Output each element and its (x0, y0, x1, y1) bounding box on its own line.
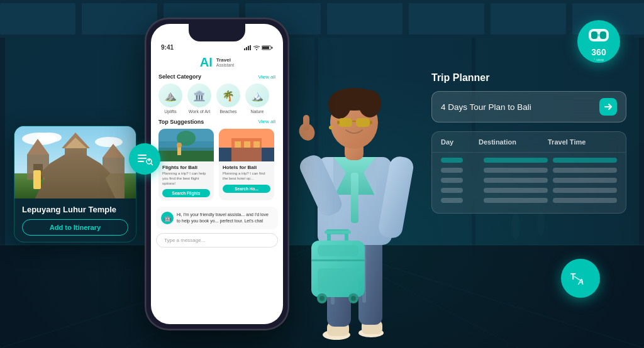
time-cell-2 (553, 168, 617, 173)
category-beaches[interactable]: 🌴 Beaches (216, 84, 240, 114)
svg-point-105 (319, 296, 325, 301)
svg-rect-43 (244, 48, 245, 50)
status-icons (244, 45, 273, 50)
svg-rect-61 (253, 141, 260, 148)
temple-svg (14, 126, 136, 198)
luggage (308, 229, 368, 307)
svg-rect-64 (138, 161, 144, 162)
flights-card-info: Flights for Bali Planning a trip? I can … (158, 161, 214, 200)
beaches-label: Beaches (219, 109, 236, 114)
chat-avatar: 🤖 (161, 212, 174, 224)
work-of-art-icon: 🏛️ (187, 84, 211, 107)
svg-rect-35 (65, 148, 87, 164)
table-row (441, 188, 617, 193)
suggestion-cards: Flights for Bali Planning a trip? I can … (151, 129, 283, 207)
app-logo: AI Travel Assistant (161, 56, 273, 68)
svg-point-29 (36, 133, 62, 143)
table-row (441, 198, 617, 203)
hotels-card-info: Hotels for Bali Planning a trip? I can f… (219, 161, 274, 196)
suggestions-view-all[interactable]: View all (258, 119, 275, 125)
svg-point-94 (329, 126, 333, 129)
badge-360-sub: ° view (591, 58, 606, 62)
beaches-icon: 🌴 (216, 84, 240, 107)
svg-rect-90 (356, 118, 370, 127)
app-header: AI Travel Assistant (151, 53, 283, 73)
vr-headset-icon (586, 21, 611, 46)
badge-translate[interactable]: T A (561, 259, 600, 298)
svg-point-42 (73, 176, 78, 181)
trip-send-button[interactable] (599, 98, 617, 116)
svg-rect-54 (177, 146, 181, 155)
logo-travel-label: Travel (216, 58, 234, 63)
category-title: Select Category (158, 73, 201, 80)
hotel-img-svg (219, 129, 274, 161)
svg-point-88 (358, 90, 381, 117)
temple-card: Lepuyang Luhur Temple Add to Itinerary (14, 126, 136, 242)
svg-rect-49 (262, 46, 269, 49)
suggestions-title: Top Suggestions (158, 119, 204, 125)
day-cell-2 (441, 168, 463, 173)
svg-point-30 (95, 137, 123, 147)
svg-rect-107 (325, 231, 351, 234)
svg-rect-62 (138, 155, 147, 156)
time-cell-1 (553, 158, 617, 163)
svg-line-66 (151, 163, 153, 165)
send-icon (604, 102, 613, 111)
table-row (441, 168, 617, 173)
float-list-icon[interactable] (129, 143, 160, 175)
svg-rect-111 (597, 34, 600, 36)
trip-table: Day Destination Travel Time (431, 131, 626, 214)
svg-rect-92 (337, 121, 340, 124)
table-header: Day Destination Travel Time (432, 132, 626, 153)
hotels-card-title: Hotels for Bali (223, 165, 270, 170)
svg-rect-45 (248, 46, 249, 50)
flights-card-image (158, 129, 214, 161)
svg-rect-41 (73, 180, 78, 192)
svg-point-87 (328, 91, 351, 119)
search-hotels-button[interactable]: Search Ho... (223, 185, 270, 193)
flights-card-title: Flights for Bali (162, 165, 210, 170)
temple-info: Lepuyang Luhur Temple Add to Itinerary (14, 198, 136, 242)
add-itinerary-button[interactable]: Add to Itinerary (22, 219, 128, 236)
uplifts-label: Uplifts (164, 109, 176, 114)
svg-rect-46 (250, 45, 251, 50)
category-work-of-art[interactable]: 🏛️ Work of Art (187, 84, 211, 114)
svg-rect-34 (62, 161, 90, 198)
svg-point-55 (177, 143, 182, 148)
svg-rect-89 (338, 118, 352, 127)
category-nature[interactable]: 🏔️ Nature (245, 84, 269, 114)
chat-input-placeholder[interactable]: Type a message... (156, 233, 278, 247)
dest-cell-1 (484, 158, 548, 163)
dest-cell-5 (484, 198, 548, 203)
chat-bubble: 🤖 Hi, I'm your friendly travel assista..… (161, 212, 273, 224)
flights-card: Flights for Bali Planning a trip? I can … (158, 129, 214, 200)
logo-assistant-label: Assistant (216, 63, 234, 67)
logo-ai-text: AI (200, 56, 213, 68)
svg-rect-110 (600, 31, 606, 39)
work-of-art-label: Work of Art (189, 109, 211, 114)
svg-rect-95 (303, 115, 309, 131)
temple-name: Lepuyang Luhur Temple (22, 205, 128, 214)
svg-rect-38 (70, 170, 82, 198)
category-view-all[interactable]: View all (258, 74, 275, 80)
search-flights-button[interactable]: Search Flights (162, 189, 210, 197)
day-cell-1 (441, 158, 463, 163)
wifi-icon (253, 45, 260, 50)
battery-icon (262, 45, 273, 50)
day-cell-4 (441, 188, 463, 193)
svg-text:T: T (570, 271, 576, 281)
svg-rect-109 (591, 31, 597, 39)
time-cell-5 (553, 198, 617, 203)
th-destination: Destination (479, 138, 548, 146)
nature-label: Nature (250, 109, 264, 114)
table-row (441, 178, 617, 183)
dest-cell-2 (484, 168, 548, 173)
phone-notch (189, 24, 245, 41)
badge-360[interactable]: 360 ° view (577, 20, 620, 63)
hotels-card: Hotels for Bali Planning a trip? I can f… (219, 129, 274, 200)
status-time: 9:41 (161, 44, 174, 51)
trip-input-row[interactable]: 4 Days Tour Plan to Bali (431, 91, 626, 122)
svg-rect-33 (33, 164, 43, 180)
category-uplifts[interactable]: ⛰️ Uplifts (158, 84, 182, 114)
hotels-card-image (219, 129, 274, 161)
